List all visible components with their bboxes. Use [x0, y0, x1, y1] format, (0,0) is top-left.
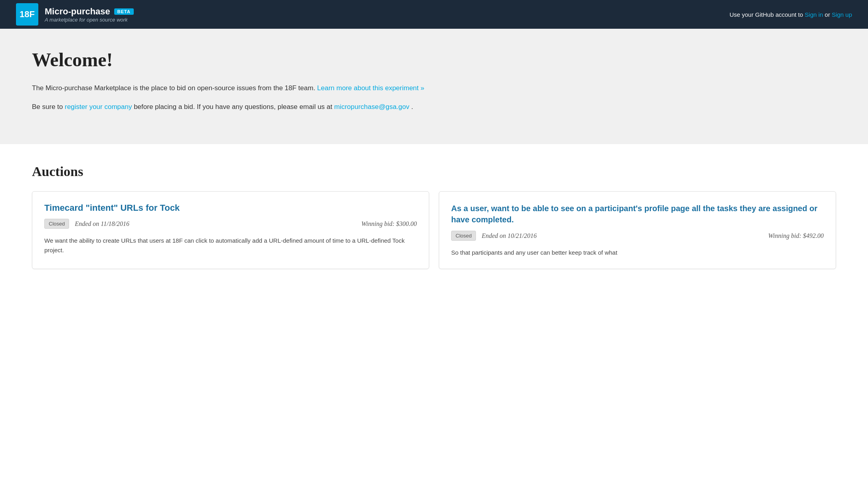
auction-grid: Timecard "intent" URLs for Tock Closed E…	[32, 191, 836, 269]
ended-on-1: Ended on 11/18/2016	[75, 220, 129, 228]
site-header: 18F Micro-purchase BETA A marketplace fo…	[0, 0, 868, 29]
status-badge-1: Closed	[44, 219, 69, 229]
learn-more-link[interactable]: Learn more about this experiment »	[317, 84, 424, 92]
welcome-paragraph-2: Be sure to register your company before …	[32, 101, 836, 112]
auctions-section: Auctions Timecard "intent" URLs for Tock…	[0, 144, 868, 293]
auction-card-1: Timecard "intent" URLs for Tock Closed E…	[32, 191, 429, 269]
welcome-heading: Welcome!	[32, 49, 836, 71]
auction-description-2: So that participants and any user can be…	[451, 248, 824, 257]
auction-card-2: As a user, want to be able to see on a p…	[439, 191, 836, 269]
header-brand: 18F Micro-purchase BETA A marketplace fo…	[16, 3, 134, 26]
register-company-link[interactable]: register your company	[65, 103, 132, 111]
auction-meta-1: Closed Ended on 11/18/2016 Winning bid: …	[44, 219, 417, 229]
email-link[interactable]: micropurchase@gsa.gov	[334, 103, 409, 111]
winning-bid-2: Winning bid: $492.00	[768, 232, 824, 240]
auctions-heading: Auctions	[32, 164, 836, 179]
brand-text: Micro-purchase BETA A marketplace for op…	[45, 6, 134, 23]
brand-title: Micro-purchase BETA	[45, 6, 134, 17]
sign-in-link[interactable]: Sign in	[805, 11, 823, 18]
auction-title-1: Timecard "intent" URLs for Tock	[44, 203, 417, 213]
header-auth: Use your GitHub account to Sign in or Si…	[729, 11, 852, 18]
brand-subtitle: A marketplace for open source work	[45, 17, 134, 23]
welcome-paragraph-1: The Micro-purchase Marketplace is the pl…	[32, 83, 836, 93]
auction-title-link-1[interactable]: Timecard "intent" URLs for Tock	[44, 203, 180, 213]
status-badge-2: Closed	[451, 231, 476, 241]
winning-bid-1: Winning bid: $300.00	[361, 220, 417, 228]
welcome-section: Welcome! The Micro-purchase Marketplace …	[0, 29, 868, 144]
sign-up-link[interactable]: Sign up	[832, 11, 852, 18]
auction-meta-2: Closed Ended on 10/21/2016 Winning bid: …	[451, 231, 824, 241]
ended-on-2: Ended on 10/21/2016	[482, 232, 537, 240]
auction-description-1: We want the ability to create URLs that …	[44, 236, 417, 255]
auction-title-2: As a user, want to be able to see on a p…	[451, 203, 824, 225]
logo: 18F	[16, 3, 38, 26]
beta-badge: BETA	[114, 8, 134, 15]
auction-title-link-2[interactable]: As a user, want to be able to see on a p…	[451, 204, 817, 224]
